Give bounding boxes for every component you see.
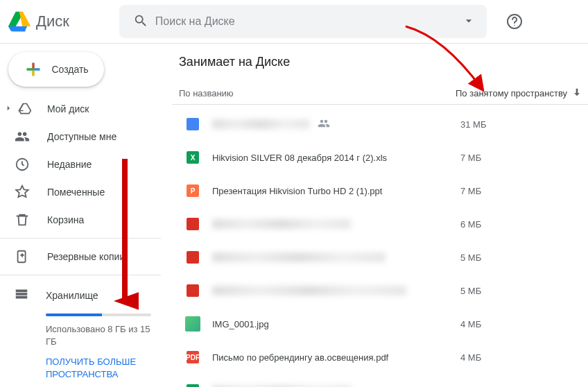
nav-recent[interactable]: Недавние <box>0 150 161 178</box>
shared-icon <box>318 117 330 132</box>
file-name <box>201 219 449 229</box>
file-row[interactable]: 6 МБ <box>172 207 588 241</box>
storage-bar <box>46 313 151 316</box>
file-size: 31 МБ <box>449 119 588 130</box>
file-row[interactable]: 5 МБ <box>172 241 588 274</box>
file-row[interactable]: 5 МБ <box>172 274 588 307</box>
nav-shared[interactable]: Доступные мне <box>0 123 161 150</box>
search-icon[interactable] <box>126 13 155 31</box>
storage-info: Использовано 8 ГБ из 15 ГБ ПОЛУЧИТЬ БОЛЬ… <box>0 313 161 381</box>
top-bar: Диск <box>0 0 588 43</box>
file-name: Hikvision SILVER 08 декабря 2014 г (2).x… <box>201 153 449 163</box>
divider <box>0 238 161 239</box>
file-type-icon: P <box>184 182 201 199</box>
clock-icon <box>14 157 31 172</box>
storage-used-text: Использовано 8 ГБ из 15 ГБ <box>46 323 151 347</box>
svg-point-1 <box>514 25 515 26</box>
sort-arrow-down-icon <box>571 87 582 100</box>
buy-storage-link[interactable]: ПОЛУЧИТЬ БОЛЬШЕ ПРОСТРАНСТВА <box>46 356 151 381</box>
file-name <box>201 252 449 262</box>
file-size: 7 МБ <box>449 153 588 163</box>
help-icon[interactable] <box>506 13 523 30</box>
file-row[interactable]: IMG_0001.jpg4 МБ <box>172 307 588 341</box>
storage-bar-fill <box>46 313 102 316</box>
file-name: IMG_0001.jpg <box>201 319 449 329</box>
file-row[interactable]: XHikvision SILVER 08 декабря 2014 г (2).… <box>172 141 588 174</box>
star-icon <box>14 184 31 200</box>
backup-icon <box>14 249 31 264</box>
file-size: 6 МБ <box>449 219 588 230</box>
nav-label: Мой диск <box>47 103 89 114</box>
drive-logo[interactable]: Диск <box>8 10 69 33</box>
file-size: 4 МБ <box>449 352 588 363</box>
column-headers: По названию По занятому пространству <box>172 82 588 104</box>
file-type-icon <box>184 116 201 132</box>
file-size: 5 МБ <box>449 286 588 296</box>
file-row[interactable]: PПрезентация Hikvision Turbo HD 2 (1).pp… <box>172 174 588 207</box>
drive-logo-icon <box>8 10 31 33</box>
file-type-icon <box>184 216 201 232</box>
file-row[interactable]: X3 МБ <box>172 374 588 387</box>
nav: Мой диск Доступные мне Недавние Помеченн… <box>0 95 161 381</box>
nav-label: Доступные мне <box>47 131 116 142</box>
col-size-header[interactable]: По занятому пространству <box>456 87 588 100</box>
nav-storage[interactable]: Хранилище <box>0 280 161 311</box>
col-name-header[interactable]: По названию <box>172 88 456 98</box>
file-row[interactable]: PDFПисьмо по ребрендингу ав.освещения.pd… <box>172 341 588 374</box>
divider <box>0 275 161 275</box>
storage-icon <box>14 286 29 304</box>
brand-name: Диск <box>36 12 69 31</box>
file-name <box>201 286 449 295</box>
file-type-icon <box>184 282 201 299</box>
sidebar: Создать Мой диск Доступные мне Недавние … <box>0 44 161 381</box>
nav-label: Резервные копии <box>47 251 125 262</box>
file-size: 5 МБ <box>449 252 588 263</box>
create-label: Создать <box>51 64 88 75</box>
nav-starred[interactable]: Помеченные <box>0 178 161 206</box>
chevron-right-icon <box>3 103 17 116</box>
file-row[interactable]: 31 МБ <box>172 108 588 141</box>
file-type-icon: X <box>184 149 201 166</box>
file-name: Презентация Hikvision Turbo HD 2 (1).ppt <box>201 186 449 196</box>
page-title: Занимает на Диске <box>172 44 588 82</box>
nav-backups[interactable]: Резервные копии <box>0 243 161 270</box>
file-list: 31 МБXHikvision SILVER 08 декабря 2014 г… <box>172 105 588 387</box>
file-name <box>201 117 449 132</box>
nav-my-drive[interactable]: Мой диск <box>0 95 161 123</box>
main-panel: Занимает на Диске По названию По занятом… <box>172 44 588 387</box>
nav-label: Корзина <box>47 214 84 225</box>
nav-label: Помеченные <box>47 187 105 198</box>
file-type-icon: PDF <box>184 349 201 366</box>
col-size-label: По занятому пространству <box>456 88 567 98</box>
file-size: 4 МБ <box>449 319 588 329</box>
plus-icon <box>24 60 43 79</box>
trash-icon <box>14 212 31 227</box>
people-icon <box>14 129 31 144</box>
file-type-icon <box>184 249 201 266</box>
search-options-icon[interactable] <box>458 14 480 30</box>
nav-trash[interactable]: Корзина <box>0 206 161 234</box>
drive-icon <box>17 102 33 116</box>
create-button[interactable]: Создать <box>8 52 104 87</box>
file-size: 7 МБ <box>449 186 588 196</box>
file-name: Письмо по ребрендингу ав.освещения.pdf <box>201 352 449 363</box>
nav-label: Недавние <box>47 159 92 170</box>
file-type-icon <box>184 316 201 332</box>
file-type-icon: X <box>184 382 201 387</box>
nav-label: Хранилище <box>46 290 98 301</box>
search-input[interactable] <box>155 15 458 28</box>
search-bar[interactable] <box>119 5 487 38</box>
